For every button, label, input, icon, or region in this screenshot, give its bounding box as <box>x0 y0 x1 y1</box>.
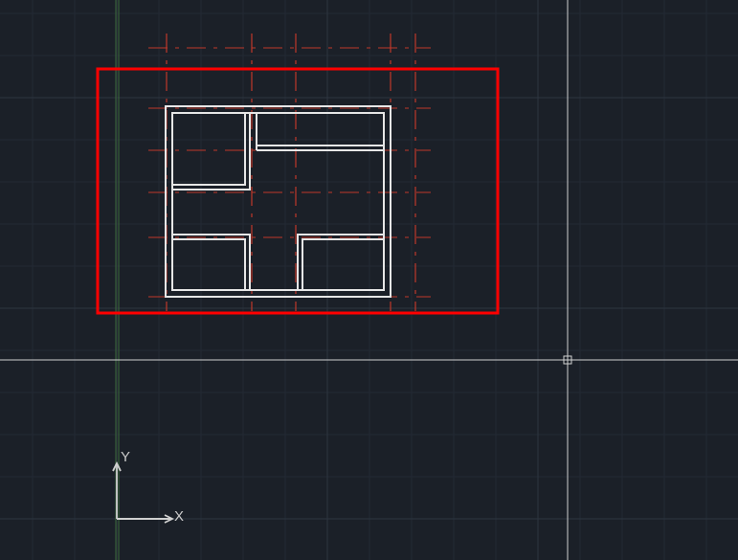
ucs-y-label: Y <box>121 448 130 464</box>
ucs-x-label: X <box>174 507 184 524</box>
drawing-viewport[interactable]: Y X <box>0 0 738 560</box>
ucs-icon: Y X <box>113 448 184 524</box>
svg-rect-45 <box>166 106 391 297</box>
grid-minor <box>0 0 738 560</box>
floor-plan-walls <box>166 106 391 297</box>
construction-lines <box>148 34 431 311</box>
